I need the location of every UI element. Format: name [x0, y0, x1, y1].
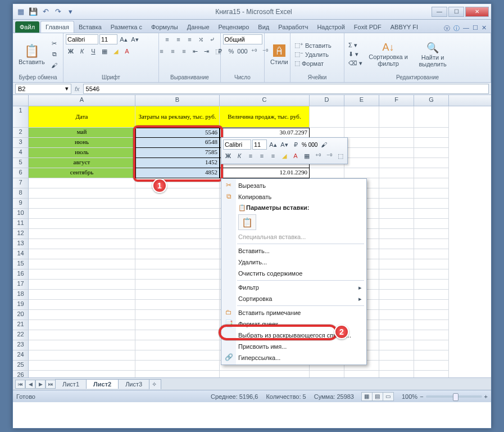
- mini-fill-icon[interactable]: ◢: [279, 151, 289, 161]
- cell-F10[interactable]: [379, 209, 414, 219]
- align-mid-icon[interactable]: ≡: [174, 34, 184, 44]
- cell-B6[interactable]: 4852: [135, 168, 220, 178]
- ctx-filter[interactable]: Фильтр▸: [221, 282, 366, 293]
- cell-B23[interactable]: [135, 340, 220, 350]
- cell-A7[interactable]: [29, 178, 135, 188]
- qat-dropdown-icon[interactable]: ▾: [65, 6, 76, 17]
- tab-addins[interactable]: Надстрой: [312, 21, 349, 33]
- rownum-19[interactable]: 19: [13, 300, 29, 310]
- cell-B9[interactable]: [135, 199, 220, 209]
- col-B[interactable]: B: [135, 95, 220, 106]
- cell-G1[interactable]: [414, 106, 449, 128]
- col-G[interactable]: G: [414, 95, 449, 106]
- rownum-13[interactable]: 13: [13, 239, 29, 249]
- cell-G13[interactable]: [414, 239, 449, 249]
- tab-layout[interactable]: Разметка с: [106, 21, 147, 33]
- rownum-25[interactable]: 25: [13, 361, 29, 371]
- name-box-dropdown-icon[interactable]: ▾: [65, 85, 69, 92]
- autosum-button[interactable]: Σ ▾: [347, 41, 364, 50]
- italic-button[interactable]: К: [77, 46, 87, 56]
- cell-F23[interactable]: [379, 340, 414, 350]
- cell-B8[interactable]: [135, 188, 220, 199]
- cell-F25[interactable]: [379, 361, 414, 371]
- tab-insert[interactable]: Вставка: [74, 21, 106, 33]
- cell-E5[interactable]: [344, 158, 379, 168]
- mini-painter-icon[interactable]: 🖌: [319, 140, 329, 150]
- tab-view[interactable]: Вид: [253, 21, 274, 33]
- ribbon-window-max[interactable]: ☐: [473, 24, 478, 33]
- ctx-copy[interactable]: ⧉Копировать: [221, 191, 366, 202]
- cell-G23[interactable]: [414, 340, 449, 350]
- clear-button[interactable]: ⌫ ▾: [347, 59, 364, 68]
- cell-F6[interactable]: [379, 168, 414, 178]
- prev-sheet-button[interactable]: ◀: [25, 380, 35, 389]
- mini-border-icon[interactable]: ▦: [302, 151, 312, 161]
- cell-G9[interactable]: [414, 199, 449, 209]
- cell-G19[interactable]: [414, 300, 449, 310]
- cell-F8[interactable]: [379, 188, 414, 199]
- tab-dev[interactable]: Разработч: [274, 21, 312, 33]
- cell-D1[interactable]: [310, 106, 344, 128]
- mini-font[interactable]: [223, 140, 251, 150]
- cell-A25[interactable]: [29, 361, 135, 371]
- cell-F26[interactable]: [379, 371, 414, 377]
- ctx-delete[interactable]: Удалить...: [221, 256, 366, 268]
- rownum-18[interactable]: 18: [13, 290, 29, 300]
- cell-G10[interactable]: [414, 209, 449, 219]
- mini-decdec-icon[interactable]: ⁻⁰: [324, 151, 334, 161]
- ctx-comment[interactable]: 🗀Вставить примечание: [221, 307, 366, 318]
- tab-file[interactable]: Файл: [15, 21, 39, 33]
- formula-input[interactable]: 5546: [83, 84, 489, 94]
- rownum-12[interactable]: 12: [13, 229, 29, 239]
- mini-currency-icon[interactable]: ₽: [290, 140, 301, 150]
- col-E[interactable]: E: [344, 95, 379, 106]
- cell-F18[interactable]: [379, 290, 414, 300]
- view-normal-icon[interactable]: ▦: [361, 392, 373, 401]
- ctx-cut[interactable]: ✂Вырезать: [221, 180, 366, 191]
- cell-B2[interactable]: 5546: [135, 128, 220, 138]
- cell-A19[interactable]: [29, 300, 135, 310]
- cell-D6[interactable]: [310, 168, 344, 178]
- ctx-hyperlink[interactable]: 🔗Гиперссылка...: [221, 352, 366, 363]
- cell-A22[interactable]: [29, 330, 135, 340]
- sort-filter-button[interactable]: A↓Сортировка и фильтр: [365, 40, 411, 68]
- cell-A14[interactable]: [29, 249, 135, 259]
- mini-color-icon[interactable]: A: [290, 151, 301, 161]
- cell-G3[interactable]: [414, 138, 449, 148]
- mini-bold[interactable]: Ж: [223, 151, 233, 161]
- cell-F14[interactable]: [379, 249, 414, 259]
- cell-F19[interactable]: [379, 300, 414, 310]
- rownum-11[interactable]: 11: [13, 219, 29, 229]
- cell-C1[interactable]: Величина продаж, тыс. руб.: [220, 106, 310, 128]
- sheet-tab-1[interactable]: Лист1: [55, 379, 87, 389]
- indent-dec-icon[interactable]: ⇤: [190, 46, 201, 56]
- undo-icon[interactable]: ↶: [40, 6, 51, 17]
- select-all-corner[interactable]: [13, 95, 29, 106]
- rownum-20[interactable]: 20: [13, 310, 29, 320]
- mini-incdec-icon[interactable]: ⁺⁰: [313, 151, 323, 161]
- paste-button[interactable]: 📋Вставить: [15, 43, 48, 66]
- cell-A1[interactable]: Дата: [29, 106, 135, 128]
- ctx-clear[interactable]: Очистить содержимое: [221, 268, 366, 279]
- cell-F21[interactable]: [379, 320, 414, 330]
- rownum-15[interactable]: 15: [13, 259, 29, 269]
- tab-foxit[interactable]: Foxit PDF: [349, 21, 386, 33]
- numfmt-select[interactable]: [223, 34, 262, 44]
- cell-G2[interactable]: [414, 128, 449, 138]
- mini-grow-icon[interactable]: A▴: [268, 140, 278, 150]
- rownum-21[interactable]: 21: [13, 320, 29, 330]
- wrap-icon[interactable]: ⤶: [207, 34, 217, 44]
- cell-G24[interactable]: [414, 350, 449, 361]
- rownum-9[interactable]: 9: [13, 199, 29, 209]
- rownum-8[interactable]: 8: [13, 188, 29, 199]
- cell-B17[interactable]: [135, 280, 220, 290]
- cell-D26[interactable]: [310, 371, 344, 377]
- cell-B19[interactable]: [135, 300, 220, 310]
- sheet-tab-2[interactable]: Лист2: [86, 379, 119, 389]
- cell-B3[interactable]: 6548: [135, 138, 220, 148]
- align-right-icon[interactable]: ≡: [179, 46, 189, 56]
- cell-B7[interactable]: [135, 178, 220, 188]
- cell-C6[interactable]: 12.01.2290: [220, 168, 310, 178]
- rownum-23[interactable]: 23: [13, 340, 29, 350]
- cell-E4[interactable]: [344, 148, 379, 158]
